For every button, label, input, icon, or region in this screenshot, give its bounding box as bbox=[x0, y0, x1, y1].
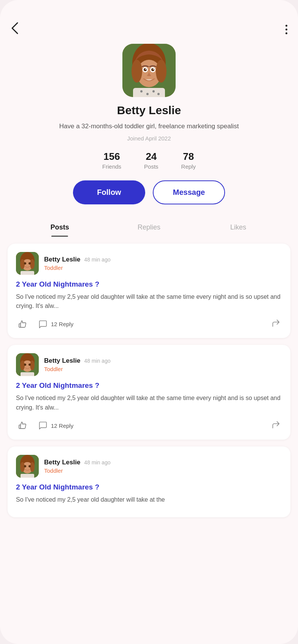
post-footer: 12 Reply bbox=[16, 419, 282, 433]
post-content: So I've noticed my 2,5 year old daughter… bbox=[16, 495, 282, 505]
like-button[interactable] bbox=[16, 419, 30, 432]
profile-section: Betty Leslie Have a 32-months-old toddle… bbox=[0, 44, 298, 214]
reply-label: Reply bbox=[181, 163, 196, 170]
svg-point-28 bbox=[30, 360, 35, 370]
phone-frame: Betty Leslie Have a 32-months-old toddle… bbox=[0, 0, 298, 644]
reply-count-label: 12 Reply bbox=[51, 321, 73, 327]
svg-point-22 bbox=[29, 262, 31, 265]
post-card: Betty Leslie 48 min ago Toddler 2 Year O… bbox=[8, 345, 290, 440]
svg-point-35 bbox=[20, 462, 25, 472]
svg-rect-39 bbox=[21, 474, 34, 478]
svg-point-30 bbox=[29, 363, 31, 366]
post-time: 48 min ago bbox=[84, 459, 110, 465]
post-footer: 12 Reply bbox=[16, 317, 282, 331]
dot bbox=[285, 32, 287, 34]
svg-rect-11 bbox=[133, 88, 165, 97]
share-button[interactable] bbox=[269, 317, 282, 331]
stat-posts: 24 Posts bbox=[144, 151, 159, 170]
post-avatar bbox=[16, 455, 39, 478]
post-card: Betty Leslie 48 min ago Toddler 2 Year O… bbox=[8, 446, 290, 518]
tab-posts[interactable]: Posts bbox=[15, 223, 105, 237]
svg-point-15 bbox=[157, 93, 160, 95]
posts-count: 24 bbox=[146, 151, 157, 163]
post-author-name: Betty Leslie bbox=[44, 256, 80, 263]
message-button[interactable]: Message bbox=[153, 180, 225, 204]
post-avatar bbox=[16, 252, 39, 275]
post-author-row: Betty Leslie 48 min ago bbox=[44, 459, 111, 466]
svg-point-21 bbox=[24, 262, 26, 265]
stats-row: 156 Friends 24 Posts 78 Reply bbox=[102, 151, 196, 170]
post-author-name: Betty Leslie bbox=[44, 459, 80, 466]
back-button[interactable] bbox=[11, 21, 19, 38]
reply-count: 78 bbox=[183, 151, 194, 163]
svg-point-9 bbox=[145, 69, 146, 70]
post-header: Betty Leslie 48 min ago Toddler bbox=[16, 455, 282, 478]
svg-point-20 bbox=[30, 259, 35, 269]
svg-point-36 bbox=[30, 462, 35, 472]
post-header: Betty Leslie 48 min ago Toddler bbox=[16, 252, 282, 275]
post-category: Toddler bbox=[44, 467, 111, 474]
profile-joined: Joined April 2022 bbox=[127, 135, 171, 142]
post-title[interactable]: 2 Year Old Nightmares ? bbox=[16, 381, 282, 390]
svg-point-10 bbox=[153, 69, 154, 70]
comment-button[interactable]: 12 Reply bbox=[36, 318, 75, 331]
posts-label: Posts bbox=[144, 163, 159, 170]
svg-point-7 bbox=[144, 68, 147, 71]
share-icon bbox=[271, 319, 281, 328]
svg-rect-23 bbox=[21, 271, 34, 275]
post-card: Betty Leslie 48 min ago Toddler 2 Year O… bbox=[8, 244, 290, 338]
comment-icon bbox=[38, 421, 48, 430]
svg-point-3 bbox=[132, 60, 142, 83]
svg-point-19 bbox=[20, 259, 25, 269]
post-category: Toddler bbox=[44, 366, 111, 372]
svg-point-29 bbox=[24, 363, 26, 366]
svg-point-27 bbox=[20, 360, 25, 370]
post-author-name: Betty Leslie bbox=[44, 357, 80, 365]
svg-point-37 bbox=[24, 465, 26, 467]
follow-button[interactable]: Follow bbox=[73, 180, 145, 204]
top-nav bbox=[0, 0, 298, 44]
svg-point-8 bbox=[151, 68, 154, 71]
post-title[interactable]: 2 Year Old Nightmares ? bbox=[16, 280, 282, 289]
stat-reply: 78 Reply bbox=[181, 151, 196, 170]
post-time: 48 min ago bbox=[84, 358, 110, 364]
reply-count-label: 12 Reply bbox=[51, 422, 73, 429]
friends-label: Friends bbox=[102, 163, 121, 170]
thumbs-up-icon bbox=[17, 319, 28, 330]
like-button[interactable] bbox=[16, 317, 30, 331]
post-meta: Betty Leslie 48 min ago Toddler bbox=[44, 357, 111, 372]
post-content: So I've noticed my 2,5 year old daughter… bbox=[16, 394, 282, 413]
dot bbox=[285, 29, 287, 30]
post-author-row: Betty Leslie 48 min ago bbox=[44, 357, 111, 365]
share-icon bbox=[271, 420, 281, 430]
post-author-row: Betty Leslie 48 min ago bbox=[44, 256, 111, 263]
svg-point-12 bbox=[140, 90, 143, 92]
post-meta: Betty Leslie 48 min ago Toddler bbox=[44, 459, 111, 474]
post-header: Betty Leslie 48 min ago Toddler bbox=[16, 353, 282, 376]
comment-icon bbox=[38, 319, 48, 329]
post-content: So I've noticed my 2,5 year old daughter… bbox=[16, 292, 282, 311]
post-title[interactable]: 2 Year Old Nightmares ? bbox=[16, 483, 282, 491]
post-category: Toddler bbox=[44, 265, 111, 271]
share-button[interactable] bbox=[269, 419, 282, 433]
profile-avatar bbox=[122, 44, 176, 97]
post-time: 48 min ago bbox=[84, 257, 110, 263]
svg-rect-31 bbox=[21, 372, 34, 376]
svg-point-4 bbox=[156, 60, 166, 83]
profile-bio: Have a 32-months-old toddler girl, freel… bbox=[59, 121, 239, 131]
svg-point-13 bbox=[146, 93, 149, 95]
tab-likes[interactable]: Likes bbox=[193, 223, 283, 237]
friends-count: 156 bbox=[103, 151, 120, 163]
more-options-button[interactable] bbox=[285, 25, 287, 34]
svg-point-14 bbox=[152, 90, 155, 92]
tabs-section: Posts Replies Likes bbox=[0, 217, 298, 237]
comment-button[interactable]: 12 Reply bbox=[36, 419, 75, 432]
thumbs-up-icon bbox=[17, 420, 28, 431]
action-buttons: Follow Message bbox=[15, 180, 283, 204]
posts-list: Betty Leslie 48 min ago Toddler 2 Year O… bbox=[0, 237, 298, 524]
tab-replies[interactable]: Replies bbox=[105, 223, 194, 237]
stat-friends: 156 Friends bbox=[102, 151, 121, 170]
post-meta: Betty Leslie 48 min ago Toddler bbox=[44, 256, 111, 271]
dot bbox=[285, 25, 287, 27]
post-avatar bbox=[16, 353, 39, 376]
